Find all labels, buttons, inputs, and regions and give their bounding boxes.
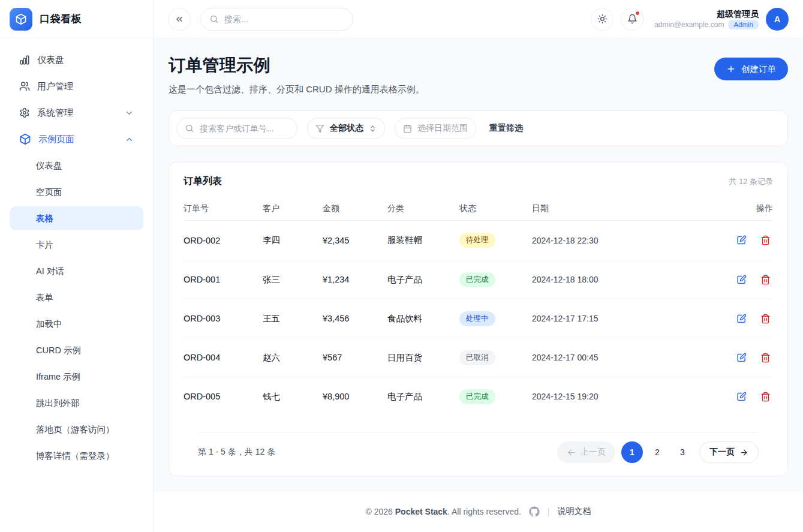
delete-order-button[interactable]: [757, 311, 773, 326]
column-header-amount[interactable]: 金额: [323, 203, 387, 214]
search-icon: [209, 14, 219, 24]
sun-icon: [597, 14, 607, 24]
category: 服装鞋帽: [387, 235, 459, 246]
filter-funnel-icon: [315, 124, 324, 133]
sidebar-subitem-blog-detail[interactable]: 博客详情（需登录）: [10, 444, 143, 468]
table-header-row: 订单号 客户 金额 分类 状态 日期 操作: [184, 197, 773, 221]
order-id: ORD-001: [184, 275, 263, 284]
table-search-input[interactable]: [200, 124, 289, 133]
docs-link[interactable]: 说明文档: [558, 506, 591, 517]
calendar-icon: [403, 124, 412, 133]
sidebar-subitem-ai-chat[interactable]: AI 对话: [10, 259, 143, 283]
sidebar-subitem-loading[interactable]: 加载中: [10, 312, 143, 336]
edit-order-button[interactable]: [733, 233, 749, 248]
order-date: 2024-12-17 17:15: [532, 314, 725, 323]
column-header-date[interactable]: 日期: [532, 203, 725, 214]
reset-filters-button[interactable]: 重置筛选: [486, 123, 527, 134]
category: 日用百货: [387, 352, 459, 363]
category: 食品饮料: [387, 313, 459, 324]
sidebar-item-dashboard[interactable]: 仪表盘: [10, 48, 143, 72]
edit-order-button[interactable]: [733, 350, 749, 365]
sidebar-item-user-management[interactable]: 用户管理: [10, 74, 143, 98]
edit-order-button[interactable]: [733, 389, 749, 404]
trash-icon: [760, 275, 771, 285]
page-button-2[interactable]: 2: [646, 441, 668, 463]
chevrons-up-down-icon: [369, 125, 377, 133]
sidebar-subitem-landing-page[interactable]: 落地页（游客访问）: [10, 417, 143, 441]
status-filter-select[interactable]: 全部状态: [307, 118, 385, 139]
sidebar-subitem-card[interactable]: 卡片: [10, 233, 143, 257]
chevron-up-icon: [125, 135, 134, 144]
arrow-right-icon: [739, 448, 748, 457]
order-date: 2024-12-15 19:20: [532, 392, 725, 401]
edit-order-button[interactable]: [733, 311, 749, 326]
edit-icon: [736, 275, 747, 285]
edit-icon: [736, 353, 747, 363]
sidebar-item-example-pages[interactable]: 示例页面: [10, 127, 143, 151]
sidebar-subitem-external-jump[interactable]: 跳出到外部: [10, 391, 143, 415]
status-badge: 处理中: [459, 311, 495, 326]
notifications-button[interactable]: [621, 8, 643, 31]
delete-order-button[interactable]: [757, 233, 773, 248]
category: 电子产品: [387, 391, 459, 402]
gear-icon: [19, 107, 30, 118]
orders-card: 订单列表 共 12 条记录 订单号 客户 金额 分类 状态 日期 操作 ORD-…: [169, 162, 788, 476]
order-date: 2024-12-17 00:45: [532, 353, 725, 362]
table-row[interactable]: ORD-002 李四 ¥2,345 服装鞋帽 待处理 2024-12-18 22…: [184, 221, 773, 260]
sidebar-subitem-form[interactable]: 表单: [10, 285, 143, 309]
prev-page-button[interactable]: 上一页: [557, 441, 615, 463]
search-icon: [185, 124, 194, 133]
global-search-input[interactable]: [224, 14, 344, 24]
sidebar-subitem-table[interactable]: 表格: [10, 206, 143, 230]
github-icon[interactable]: [529, 506, 540, 517]
global-search[interactable]: [200, 8, 353, 31]
order-date: 2024-12-18 18:00: [532, 275, 725, 284]
footer-divider: |: [548, 507, 550, 516]
chevron-down-icon: [125, 109, 134, 118]
delete-order-button[interactable]: [757, 389, 773, 404]
date-range-picker[interactable]: 选择日期范围: [395, 118, 476, 139]
sidebar-collapse-button[interactable]: [168, 8, 191, 31]
table-search[interactable]: [176, 118, 297, 139]
column-header-customer[interactable]: 客户: [263, 203, 323, 214]
delete-order-button[interactable]: [757, 350, 773, 365]
column-header-order-id[interactable]: 订单号: [184, 203, 263, 214]
sidebar-nav: 仪表盘 用户管理 系统管理 示例页面 仪表盘 空页面 表格 卡片 AI 对话 表…: [0, 38, 153, 475]
page-button-3[interactable]: 3: [672, 441, 693, 463]
table-row[interactable]: ORD-004 赵六 ¥567 日用百货 已取消 2024-12-17 00:4…: [184, 338, 773, 377]
users-icon: [19, 81, 30, 92]
table-row[interactable]: ORD-003 王五 ¥3,456 食品饮料 处理中 2024-12-17 17…: [184, 299, 773, 338]
chevrons-left-icon: [175, 14, 184, 24]
order-id: ORD-004: [184, 353, 263, 362]
edit-order-button[interactable]: [733, 272, 749, 287]
sidebar-subitem-dashboard[interactable]: 仪表盘: [10, 154, 143, 178]
date-range-placeholder: 选择日期范围: [417, 123, 468, 134]
page-content: 订单管理示例 这是一个包含过滤、排序、分页和 CRUD 操作的通用表格示例。 创…: [154, 38, 803, 491]
delete-order-button[interactable]: [757, 272, 773, 287]
sidebar-subitem-empty-page[interactable]: 空页面: [10, 180, 143, 204]
table-row[interactable]: ORD-001 张三 ¥1,234 电子产品 已完成 2024-12-18 18…: [184, 260, 773, 299]
pagination: 上一页 123 下一页: [557, 441, 759, 463]
next-page-button[interactable]: 下一页: [699, 441, 759, 463]
create-order-button[interactable]: 创建订单: [714, 58, 788, 80]
edit-icon: [736, 314, 747, 324]
table-row[interactable]: ORD-005 钱七 ¥8,900 电子产品 已完成 2024-12-15 19…: [184, 377, 773, 416]
order-date: 2024-12-18 22:30: [532, 236, 725, 245]
status-badge: 已完成: [459, 389, 495, 404]
status-badge: 已取消: [459, 350, 495, 365]
avatar[interactable]: A: [766, 8, 789, 31]
page-button-1[interactable]: 1: [621, 441, 643, 463]
theme-toggle-button[interactable]: [591, 8, 613, 31]
copyright-text: © 2026 Pocket Stack. All rights reserved…: [366, 507, 521, 516]
user-email: admin@example.com: [654, 20, 724, 29]
table-title: 订单列表: [184, 175, 222, 188]
sidebar-subitem-iframe-example[interactable]: Iframe 示例: [10, 365, 143, 389]
package-icon: [19, 133, 31, 145]
amount: ¥567: [323, 353, 387, 362]
header-right: 超级管理员 admin@example.com Admin A: [591, 8, 789, 31]
top-header: 超级管理员 admin@example.com Admin A: [154, 0, 803, 38]
customer: 王五: [263, 313, 323, 324]
sidebar-item-system-management[interactable]: 系统管理: [10, 101, 143, 125]
sidebar-subitem-curd-example[interactable]: CURD 示例: [10, 338, 143, 362]
table-footer: 第 1 - 5 条，共 12 条 上一页 123 下一页: [198, 432, 759, 476]
